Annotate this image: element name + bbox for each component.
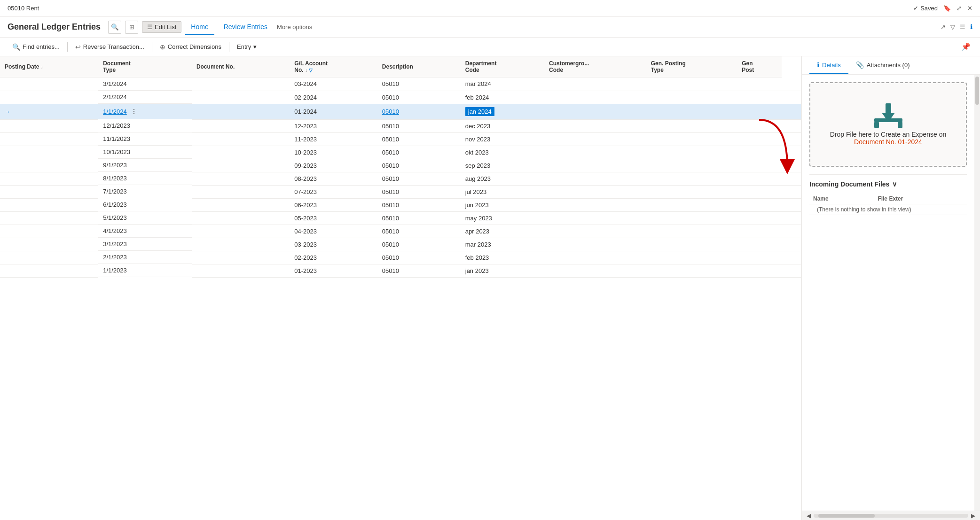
gl-account-no-cell[interactable]: 05010 bbox=[377, 119, 461, 132]
home-tab[interactable]: Home bbox=[185, 19, 214, 35]
gl-account-no-cell[interactable]: 05010 bbox=[377, 78, 461, 91]
current-row-indicator: → bbox=[5, 109, 10, 115]
scroll-track[interactable] bbox=[814, 514, 968, 518]
table-row[interactable]: 2/1/202402-202405010feb 2024 bbox=[0, 91, 801, 104]
posting-date-cell: 9/1/2023 bbox=[98, 159, 192, 172]
description-cell: jul 2023 bbox=[461, 185, 544, 198]
table-row[interactable]: 2/1/202302-202305010feb 2023 bbox=[0, 251, 801, 264]
document-no-cell: 01-2024 bbox=[290, 104, 377, 119]
gen-posting-type-cell bbox=[737, 251, 782, 264]
gl-filter-icon[interactable]: ▽ bbox=[309, 68, 313, 73]
gl-account-no-cell[interactable]: 05010 bbox=[377, 132, 461, 146]
gl-account-no-cell[interactable]: 05010 bbox=[377, 251, 461, 264]
gl-account-no-cell[interactable]: 05010 bbox=[377, 198, 461, 211]
department-code-cell bbox=[544, 159, 646, 172]
gl-account-no-cell[interactable]: 05010 bbox=[377, 238, 461, 251]
share-icon[interactable]: ↗ bbox=[941, 23, 946, 31]
table-row[interactable]: 12/1/202312-202305010dec 2023 bbox=[0, 119, 801, 132]
files-empty-row: (There is nothing to show in this view) bbox=[809, 204, 967, 215]
incoming-section-header[interactable]: Incoming Document Files ∨ bbox=[809, 180, 967, 188]
reverse-transaction-label: Reverse Transaction... bbox=[83, 43, 144, 50]
gen-posting-type-cell bbox=[737, 185, 782, 198]
department-code-cell bbox=[544, 78, 646, 91]
scroll-right-arrow[interactable]: ▶ bbox=[970, 512, 976, 519]
grid-nav-button[interactable]: ⊞ bbox=[125, 21, 138, 34]
document-type-cell bbox=[192, 104, 290, 119]
download-icon bbox=[874, 103, 902, 131]
search-nav-button[interactable]: 🔍 bbox=[108, 21, 121, 34]
document-no-cell: 11-2023 bbox=[290, 132, 377, 146]
drop-zone-doc-link[interactable]: Document No. 01-2024 bbox=[854, 138, 922, 146]
saved-status: ✓ Saved bbox=[913, 5, 938, 12]
table-row[interactable]: 8/1/202308-202305010aug 2023 bbox=[0, 172, 801, 185]
gl-account-no-cell[interactable]: 05010 bbox=[377, 159, 461, 172]
collapse-icon[interactable]: ✕ bbox=[967, 5, 972, 12]
gen-posting-type-cell bbox=[737, 104, 782, 119]
gl-account-no-cell[interactable]: 05010 bbox=[377, 211, 461, 225]
table-row[interactable]: 1/1/202301-202305010jan 2023 bbox=[0, 264, 801, 277]
scroll-left-arrow[interactable]: ◀ bbox=[806, 512, 812, 519]
filter-icon[interactable]: ▽ bbox=[950, 23, 955, 31]
table-area: Posting Date ↓ DocumentType Document No.… bbox=[0, 56, 801, 520]
table-row[interactable]: →1/1/2024⋮01-202405010jan 2024 bbox=[0, 104, 801, 119]
details-tab[interactable]: ℹ Details bbox=[809, 56, 848, 74]
find-entries-icon: 🔍 bbox=[12, 43, 20, 51]
info-icon[interactable]: ℹ bbox=[970, 23, 972, 31]
gl-account-no-cell[interactable]: 05010 bbox=[377, 264, 461, 277]
reverse-transaction-button[interactable]: ↩ Reverse Transaction... bbox=[71, 41, 149, 53]
gen-posting-type-label: Gen. PostingType bbox=[651, 60, 686, 73]
gl-account-no-cell[interactable]: 05010 bbox=[377, 104, 461, 119]
more-options-button[interactable]: More options bbox=[277, 23, 312, 31]
gen-post-cell bbox=[782, 251, 801, 264]
gl-account-no-cell[interactable]: 05010 bbox=[377, 146, 461, 159]
gl-account-link[interactable]: 05010 bbox=[382, 108, 399, 115]
sort-down-icon[interactable]: ↓ bbox=[41, 64, 43, 70]
customer-group-cell bbox=[646, 132, 737, 146]
description-cell: may 2023 bbox=[461, 211, 544, 225]
gl-account-no-cell[interactable]: 05010 bbox=[377, 225, 461, 238]
table-row[interactable]: 7/1/202307-202305010jul 2023 bbox=[0, 185, 801, 198]
document-type-cell bbox=[192, 225, 290, 238]
review-entries-tab[interactable]: Review Entries bbox=[218, 19, 273, 35]
table-row[interactable]: 6/1/202306-202305010jun 2023 bbox=[0, 198, 801, 211]
incoming-expand-icon: ∨ bbox=[892, 180, 897, 188]
table-row[interactable]: 4/1/202304-202305010apr 2023 bbox=[0, 225, 801, 238]
description-cell: apr 2023 bbox=[461, 225, 544, 238]
gl-account-no-cell[interactable]: 05010 bbox=[377, 185, 461, 198]
gen-post-cell bbox=[782, 211, 801, 225]
panel-scroll-thumb[interactable] bbox=[975, 77, 979, 105]
drop-zone[interactable]: Drop File here to Create an Expense on D… bbox=[809, 82, 967, 167]
gl-account-no-cell[interactable]: 05010 bbox=[377, 172, 461, 185]
panel-scrollbar[interactable] bbox=[974, 75, 980, 511]
gl-account-no-cell[interactable]: 05010 bbox=[377, 91, 461, 104]
customer-group-label: Customergro...Code bbox=[549, 60, 589, 73]
table-row[interactable]: 3/1/202303-202305010mar 2023 bbox=[0, 238, 801, 251]
table-row[interactable]: 3/1/202403-202405010mar 2024 bbox=[0, 78, 801, 91]
svg-rect-4 bbox=[886, 103, 891, 114]
gen-post-cell bbox=[782, 104, 801, 119]
table-row[interactable]: 10/1/202310-202305010okt 2023 bbox=[0, 146, 801, 159]
document-no-cell: 09-2023 bbox=[290, 159, 377, 172]
gen-post-cell bbox=[782, 238, 801, 251]
gen-posting-type-cell bbox=[737, 159, 782, 172]
entry-dropdown-icon: ▾ bbox=[253, 43, 257, 50]
expand-icon[interactable]: ⤢ bbox=[956, 5, 962, 12]
entry-button[interactable]: Entry ▾ bbox=[232, 41, 261, 53]
attachments-tab[interactable]: 📎 Attachments (0) bbox=[848, 56, 917, 74]
correct-dimensions-button[interactable]: ⊕ Correct Dimensions bbox=[155, 41, 226, 53]
gen-posting-type-cell bbox=[737, 91, 782, 104]
table-row[interactable]: 9/1/202309-202305010sep 2023 bbox=[0, 159, 801, 172]
find-entries-button[interactable]: 🔍 Find entries... bbox=[8, 41, 64, 53]
table-row[interactable]: 5/1/202305-202305010may 2023 bbox=[0, 211, 801, 225]
edit-list-button[interactable]: ☰ Edit List bbox=[142, 21, 181, 33]
col-document-no: Document No. bbox=[192, 56, 290, 78]
list-icon[interactable]: ☰ bbox=[960, 23, 965, 31]
incoming-section-label: Incoming Document Files bbox=[809, 180, 889, 188]
scroll-thumb[interactable] bbox=[818, 514, 875, 518]
row-more-button[interactable]: ⋮ bbox=[129, 107, 139, 116]
bookmark-icon[interactable]: 🔖 bbox=[943, 5, 951, 12]
table-row[interactable]: 11/1/202311-202305010nov 2023 bbox=[0, 132, 801, 146]
document-no-cell: 02-2023 bbox=[290, 251, 377, 264]
pin-button[interactable]: 📌 bbox=[959, 40, 972, 53]
gl-sort-icon[interactable]: ↓ bbox=[305, 68, 307, 73]
